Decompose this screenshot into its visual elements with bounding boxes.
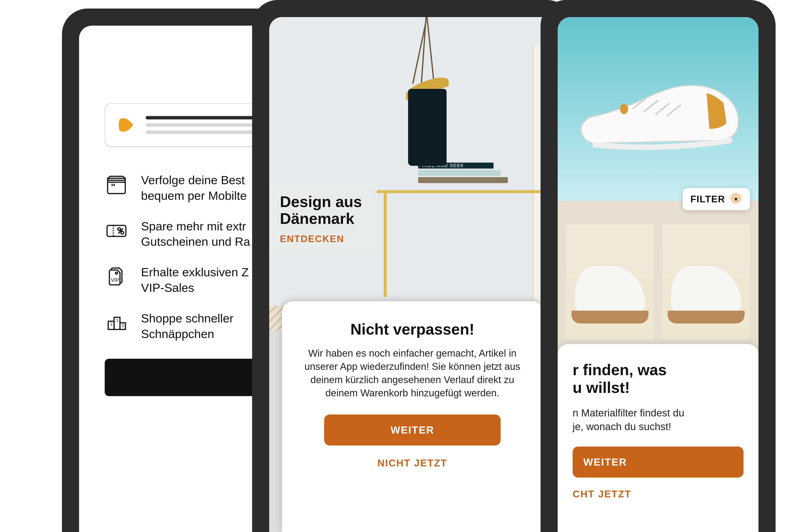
podium-icon: 1 2 3 [105, 311, 128, 334]
modal-body: Wir haben es noch einfacher gemacht, Art… [299, 346, 525, 400]
filter-highlight-glow: ▾ [729, 193, 742, 206]
device-frame-right: FILTER ▾ r finden, was u willst! [540, 0, 776, 532]
feature-text-tracking: Verfolge deine Best bequem per Mobilte [141, 172, 247, 204]
feature-announcement-modal: Nicht verpassen! Wir haben es noch einfa… [282, 301, 543, 532]
screen-home-with-modal: HIDE AND SEEK Design aus Dänemark ENTDEC… [269, 17, 556, 532]
coupon-icon [105, 218, 128, 242]
svg-text:3: 3 [121, 323, 124, 328]
svg-point-2 [118, 228, 120, 230]
device-frame-middle: HIDE AND SEEK Design aus Dänemark ENTDEC… [252, 0, 573, 532]
modal-title: Nicht verpassen! [299, 321, 525, 338]
hero-banner[interactable]: HIDE AND SEEK Design aus Dänemark ENTDEC… [269, 17, 556, 305]
hero-overlay-card[interactable]: Design aus Dänemark ENTDECKEN [269, 184, 377, 254]
feature-text-coupons: Spare mehr mit extr Gutscheinen und Ra [141, 218, 250, 250]
chevron-down-icon: ▾ [734, 196, 738, 202]
filter-button[interactable]: FILTER ▾ [683, 188, 750, 210]
filter-tip-title: r finden, was u willst! [573, 361, 744, 397]
vip-tag-icon: VIP [105, 265, 128, 288]
product-grid [558, 201, 759, 340]
sneaker-image [573, 45, 744, 173]
filter-tip-not-now-button[interactable]: CHT JETZT [573, 488, 744, 500]
product-hero-image [558, 17, 759, 201]
filter-tip-modal: r finden, was u willst! n Materialfilter… [558, 344, 759, 532]
product-card[interactable] [662, 224, 750, 340]
feature-text-faster-shop: Shoppe schneller Schnäppchen [141, 311, 233, 342]
feature-text-vip: Erhalte exklusiven Z VIP-Sales [141, 265, 249, 296]
modal-continue-button[interactable]: WEITER [324, 415, 501, 445]
modal-not-now-button[interactable]: NICHT JETZT [299, 457, 525, 469]
svg-text:2: 2 [110, 322, 113, 326]
filter-tip-continue-button[interactable]: WEITER [573, 446, 744, 477]
svg-text:1: 1 [116, 318, 118, 323]
hero-title: Design aus Dänemark [280, 193, 362, 227]
product-card[interactable] [566, 224, 654, 340]
brand-logo-icon [116, 115, 135, 135]
svg-point-12 [620, 104, 628, 114]
package-icon [105, 172, 128, 196]
hero-discover-button[interactable]: ENTDECKEN [280, 233, 362, 244]
hero-image: HIDE AND SEEK [269, 17, 556, 305]
screen-catalog-with-filter-tip: FILTER ▾ r finden, was u willst! [558, 17, 759, 532]
svg-point-3 [121, 231, 124, 234]
svg-text:VIP: VIP [111, 277, 119, 283]
filter-tip-body: n Materialfilter findest du je, wonach d… [573, 406, 744, 434]
filter-label: FILTER [690, 194, 725, 205]
